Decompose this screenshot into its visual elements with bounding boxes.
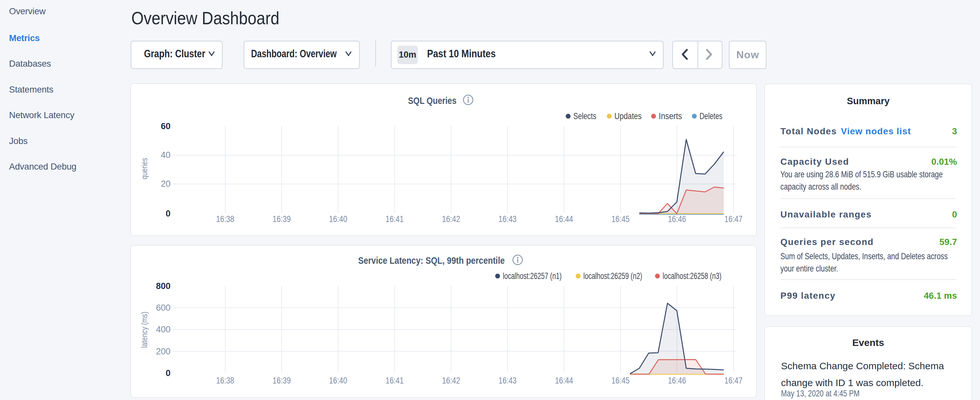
svg-text:Selects: Selects [573, 112, 596, 121]
svg-text:16:44: 16:44 [555, 376, 573, 386]
svg-text:Updates: Updates [614, 112, 641, 121]
svg-text:16:41: 16:41 [386, 376, 404, 386]
svg-text:16:47: 16:47 [724, 214, 743, 224]
svg-text:16:43: 16:43 [499, 376, 517, 386]
svg-text:16:38: 16:38 [216, 214, 234, 224]
svg-text:16:46: 16:46 [668, 376, 686, 386]
svg-text:16:42: 16:42 [442, 376, 460, 386]
svg-text:localhost:26257 (n1): localhost:26257 (n1) [503, 271, 562, 281]
svg-text:Service Latency: SQL, 99th per: Service Latency: SQL, 99th percentile [358, 255, 505, 266]
svg-text:20: 20 [161, 179, 170, 189]
svg-text:16:39: 16:39 [273, 214, 291, 224]
svg-text:60: 60 [161, 121, 170, 131]
svg-text:16:41: 16:41 [386, 214, 404, 224]
svg-text:200: 200 [156, 347, 170, 356]
svg-text:SQL Queries: SQL Queries [408, 95, 457, 106]
svg-text:16:44: 16:44 [555, 214, 573, 224]
svg-text:16:47: 16:47 [724, 376, 743, 386]
svg-text:16:45: 16:45 [611, 376, 630, 386]
svg-text:16:42: 16:42 [442, 214, 460, 224]
svg-text:16:38: 16:38 [216, 376, 234, 386]
svg-text:localhost:26259 (n2): localhost:26259 (n2) [583, 271, 642, 281]
svg-text:16:39: 16:39 [273, 376, 291, 386]
svg-text:Deletes: Deletes [700, 112, 722, 121]
svg-text:16:43: 16:43 [499, 214, 517, 224]
svg-text:40: 40 [161, 150, 170, 160]
svg-text:16:46: 16:46 [668, 214, 686, 224]
svg-text:0: 0 [165, 368, 170, 378]
svg-text:16:40: 16:40 [329, 376, 347, 386]
svg-text:queries: queries [140, 158, 149, 179]
svg-text:16:40: 16:40 [329, 214, 347, 224]
svg-text:800: 800 [156, 281, 170, 291]
svg-text:localhost:26258 (n3): localhost:26258 (n3) [663, 271, 721, 281]
svg-text:600: 600 [156, 303, 170, 312]
svg-text:latency (ms): latency (ms) [140, 312, 149, 348]
svg-text:Inserts: Inserts [659, 112, 682, 121]
svg-text:400: 400 [156, 325, 170, 334]
svg-text:16:45: 16:45 [611, 214, 630, 224]
svg-text:0: 0 [165, 209, 170, 218]
